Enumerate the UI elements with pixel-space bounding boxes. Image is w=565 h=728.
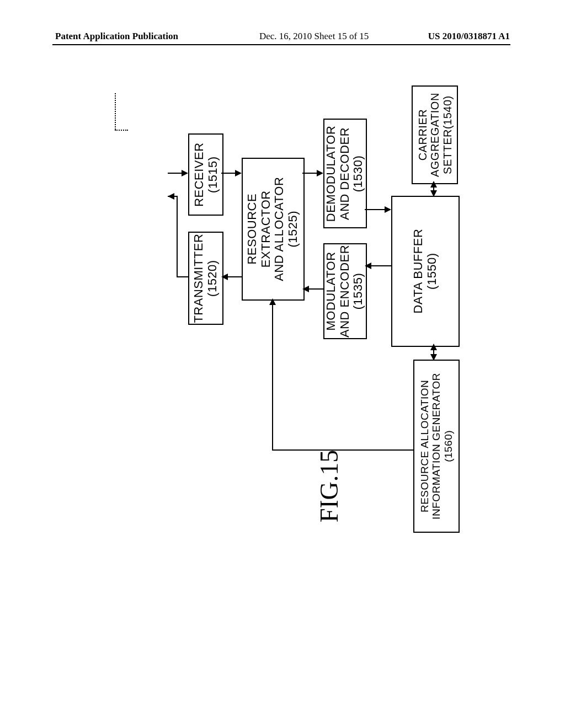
ah-bufrai-down: [430, 354, 437, 361]
label-resource: RESOURCE EXTRACTOR AND ALLOCATOR (1525): [246, 177, 301, 281]
c-rai-up: [272, 304, 273, 451]
ah-bufrai-up: [430, 344, 437, 350]
ah-mod-res: [302, 286, 309, 292]
label-receiver: RECEIVER (1515): [192, 142, 219, 206]
block-buffer: DATA BUFFER (1550): [391, 196, 460, 347]
block-rai: RESOURCE ALLOCATION INFORMATION GENERATO…: [413, 360, 460, 533]
diagram: TRANSCEIVER DUPLEXER (1510) RECEIVER (15…: [103, 85, 467, 640]
c-tx-left: [183, 276, 188, 277]
header-center-text: Dec. 16, 2010 Sheet 15 of 15: [259, 31, 369, 42]
c-mod-res: [308, 288, 323, 290]
ah-buf-mod: [365, 263, 371, 269]
c-dup-tx-v: [177, 196, 178, 277]
ah-demod-buf: [385, 206, 391, 213]
antenna-dotted: [115, 93, 116, 130]
block-resource: RESOURCE EXTRACTOR AND ALLOCATOR (1525): [242, 158, 305, 301]
c-dup-recv: [168, 173, 183, 174]
ah-car-up: [430, 181, 437, 188]
label-mod: MODULATOR AND ENCODER (1535): [325, 245, 366, 338]
block-demod: DEMODULATOR AND DECODER (1530): [323, 119, 367, 228]
header-right-text: US 2010/0318871 A1: [428, 31, 510, 42]
ah-car-down: [430, 190, 437, 197]
ah-dup-recv: [182, 170, 188, 176]
ah-tx-dup: [168, 193, 174, 200]
c-res-tx: [227, 276, 242, 277]
c-buf-mod: [370, 265, 391, 266]
block-transmitter: TRANSMITTER (1520): [188, 232, 223, 325]
label-buffer: DATA BUFFER (1550): [412, 229, 439, 314]
header-left-text: Patent Application Publication: [55, 31, 178, 42]
c-recv-res: [221, 173, 236, 174]
figure-label: FIG.15: [315, 450, 344, 523]
label-demod: DEMODULATOR AND DECODER (1530): [325, 125, 366, 222]
block-carrier: CARRIER AGGREGATION SETTER(1540): [412, 85, 458, 184]
label-transmitter: TRANSMITTER (1520): [192, 234, 219, 323]
label-rai: RESOURCE ALLOCATION INFORMATION GENERATO…: [419, 373, 454, 520]
c-res-demod: [302, 173, 318, 174]
c-demod-buf: [365, 209, 386, 210]
ah-rai-res: [269, 298, 276, 305]
c-dup-tx-h2: [177, 276, 183, 277]
antenna-dotted-h: [115, 130, 128, 131]
ah-recv-res: [235, 170, 242, 176]
block-mod: MODULATOR AND ENCODER (1535): [323, 243, 367, 339]
label-carrier: CARRIER AGGREGATION SETTER(1540): [416, 93, 453, 177]
ah-res-tx: [221, 274, 228, 280]
ah-res-demod: [317, 170, 323, 176]
header-rule: [52, 44, 510, 45]
block-receiver: RECEIVER (1515): [188, 133, 223, 216]
